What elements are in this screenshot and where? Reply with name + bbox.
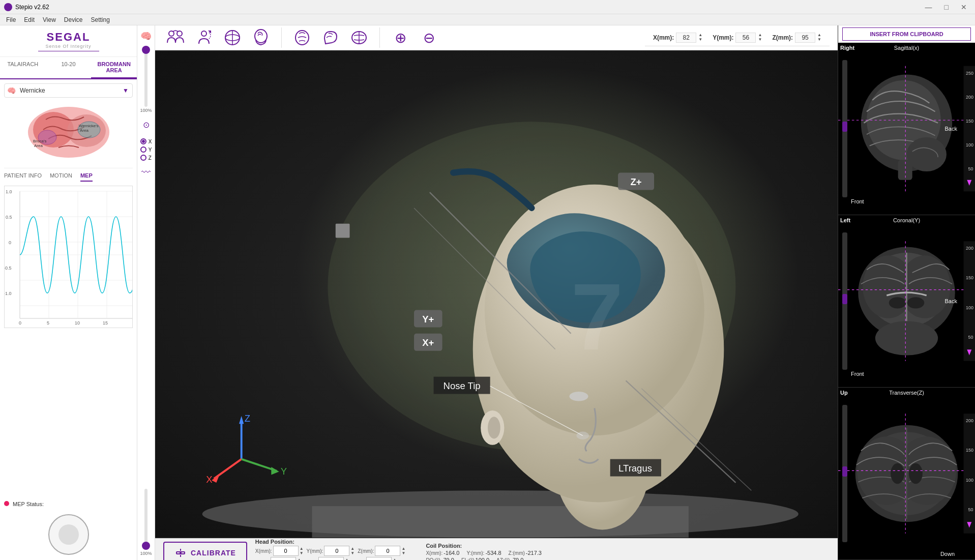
tab-10-20[interactable]: 10-20 (46, 57, 92, 78)
svg-rect-78 (336, 224, 350, 238)
sagittal-scrollbar[interactable] (842, 60, 847, 197)
svg-text:100: 100 (966, 142, 973, 148)
svg-point-50 (569, 392, 588, 401)
coord-bar-top: X(mm): 82 ▲ ▼ Y(mm): 56 ▲ ▼ Z(mm (645, 30, 830, 46)
control-panel: 🧠 100% ⊙ X Y Z (137, 25, 155, 560)
right-panel: INSERT FROM CLIPBOARD Right Sagittal(x) (838, 25, 975, 560)
brain-front-tool-btn[interactable] (290, 25, 314, 50)
menu-view[interactable]: View (39, 15, 60, 24)
radio-z[interactable]: Z (140, 155, 152, 161)
top-slider-thumb[interactable] (142, 46, 150, 54)
brain-top-icon (350, 28, 368, 47)
svg-text:Area: Area (80, 128, 88, 133)
insert-from-clipboard-button[interactable]: INSERT FROM CLIPBOARD (842, 27, 971, 41)
radio-z-label: Z (149, 155, 152, 161)
head-az-spinner[interactable]: ▲▼ (393, 557, 397, 560)
head-icon[interactable]: 🧠 (139, 30, 153, 43)
brain-top-tool-btn[interactable] (347, 25, 371, 50)
ptab-mep[interactable]: MEP (80, 172, 93, 182)
svg-text:1.0: 1.0 (6, 189, 12, 194)
coil-ro-value: -79.0 (441, 557, 454, 560)
axis-radio-group: X Y Z (140, 138, 152, 161)
mep-status: MEP Status: (0, 499, 137, 509)
circle-control-button[interactable] (48, 514, 89, 555)
svg-text:5: 5 (47, 320, 49, 326)
svg-rect-109 (964, 241, 975, 361)
sagittal-scrollbar-thumb[interactable] (842, 122, 847, 132)
radio-y[interactable]: Y (140, 146, 152, 153)
multi-person-tool-btn[interactable] (163, 25, 188, 50)
minimize-button[interactable]: — (921, 2, 936, 12)
svg-point-38 (255, 30, 267, 43)
tab-talairach[interactable]: TALAIRACH (0, 57, 46, 78)
brain-circle-icon[interactable]: ⊙ (139, 118, 153, 131)
radio-x[interactable]: X (140, 138, 152, 144)
coronal-back-label: Back (945, 298, 957, 304)
coronal-scrollbar-thumb[interactable] (842, 294, 847, 304)
brain-head-tool-btn[interactable] (249, 25, 273, 50)
head-az-input[interactable] (366, 557, 392, 560)
menu-edit[interactable]: Edit (20, 15, 39, 24)
calibrate-button[interactable]: CALIBRATE (163, 542, 247, 560)
head-position-group: Head Position: X(mm): ▲▼ Y(mm): ▲▼ (255, 539, 406, 560)
vibration-icon[interactable]: 〰 (139, 166, 153, 179)
head-x-spinner[interactable]: ▲▼ (300, 546, 304, 556)
circle-control-inner (58, 524, 79, 545)
brain-side-tool-btn[interactable] (318, 25, 343, 50)
bottom-slider-label: 100% (140, 551, 152, 556)
head-el-spinner[interactable]: ▲▼ (345, 557, 349, 560)
menu-device[interactable]: Device (60, 15, 87, 24)
toolbar-left: ⊕ ⊖ (163, 25, 441, 50)
head-ro-input[interactable] (271, 557, 296, 560)
transverse-scrollbar-thumb[interactable] (842, 466, 847, 477)
toolbar-separator-2 (379, 27, 380, 48)
zoom-in-btn[interactable]: ⊕ (388, 25, 412, 50)
app-icon (4, 3, 12, 11)
head-x-input[interactable] (273, 546, 299, 556)
tab-brodmann[interactable]: BRODMANN AREA (91, 57, 137, 78)
svg-text:Z: Z (245, 413, 250, 424)
coord-z-down[interactable]: ▼ (817, 38, 821, 42)
coord-y-label: Y(mm): (713, 34, 733, 41)
sphere-tool-btn[interactable] (220, 25, 245, 50)
coronal-view: Left Coronal(Y) (838, 215, 975, 388)
brain-side-icon (321, 28, 340, 47)
brain-illustration: Wernicke's Area Broca's Area (0, 102, 137, 168)
coil-x-label: X(mm): (426, 550, 442, 556)
head-z-input[interactable] (375, 546, 400, 556)
zoom-out-btn[interactable]: ⊖ (417, 25, 441, 50)
3d-scene[interactable]: Z X Y Z+ Y+ (155, 50, 838, 538)
coil-z-label: Z:(mm) (509, 550, 525, 556)
close-button[interactable]: ✕ (957, 2, 971, 12)
head-position-row1: X(mm): ▲▼ Y(mm): ▲▼ Z(mm): (255, 546, 406, 556)
svg-text:50: 50 (968, 166, 973, 171)
menu-setting[interactable]: Setting (87, 15, 114, 24)
coronal-scrollbar[interactable] (842, 232, 847, 370)
coord-y-spinner[interactable]: ▲ ▼ (758, 33, 762, 42)
titlebar-left: Stepio v2.62 (4, 3, 49, 11)
brain-region-select[interactable]: Wernicke Broca Motor Cortex Visual Corte… (4, 83, 133, 98)
head-y-label: Y(mm): (307, 548, 323, 554)
head-ro-spinner[interactable]: ▲▼ (297, 557, 301, 560)
transverse-down-label: Down (940, 551, 955, 557)
coil-position-row1: X(mm): -164.0 Y:(mm): -534.8 Z:(mm) -217… (426, 550, 542, 556)
head-y-spinner[interactable]: ▲▼ (350, 546, 354, 556)
transverse-title: Transverse(Z) (889, 390, 924, 396)
titlebar-controls[interactable]: — □ ✕ (921, 2, 971, 12)
ptab-motion[interactable]: MOTION (50, 172, 72, 182)
coord-x-spinner[interactable]: ▲ ▼ (698, 33, 702, 42)
person-rotate-tool-btn[interactable] (192, 25, 216, 50)
head-y-input[interactable] (324, 546, 349, 556)
coord-x-entry: X(mm): 82 ▲ ▼ (653, 33, 702, 43)
ptab-patient-info[interactable]: PATIENT INFO (4, 172, 42, 182)
coord-z-spinner[interactable]: ▲ ▼ (817, 33, 821, 42)
menu-file[interactable]: File (2, 15, 20, 24)
head-z-spinner[interactable]: ▲▼ (401, 546, 405, 556)
coord-y-down[interactable]: ▼ (758, 38, 762, 42)
bottom-slider-thumb[interactable] (142, 542, 150, 550)
head-el-input[interactable] (318, 557, 344, 560)
coord-x-down[interactable]: ▼ (698, 38, 702, 42)
maximize-button[interactable]: □ (940, 2, 953, 12)
svg-text:200: 200 (966, 246, 973, 251)
transverse-scrollbar[interactable] (842, 405, 847, 542)
